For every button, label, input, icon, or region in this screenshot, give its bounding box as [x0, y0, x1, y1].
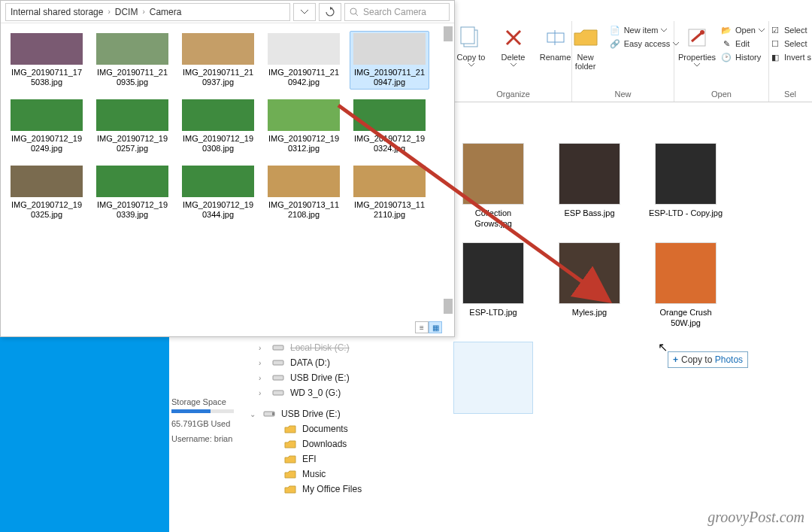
filename-label: IMG_20190712_190312.jpg	[266, 134, 341, 154]
new-folder-button[interactable]: New folder	[567, 24, 604, 71]
filename-label: ESP Bass.jpg	[564, 208, 614, 218]
select-none-button[interactable]: ☐Select	[769, 38, 807, 50]
copy-to-button[interactable]: Copy to	[453, 24, 490, 67]
delete-button[interactable]: Delete	[495, 24, 532, 67]
filename-label: IMG_20190712_190308.jpg	[180, 134, 256, 154]
phone-file-item[interactable]: IMG_20190713_112108.jpg	[264, 163, 344, 222]
phone-file-item[interactable]: IMG_20190712_190325.jpg	[7, 163, 86, 222]
expand-icon[interactable]: ›	[259, 374, 266, 382]
plus-icon: +	[673, 354, 678, 365]
destination-file-item[interactable]: ESP Bass.jpg	[552, 143, 627, 229]
select-all-button[interactable]: ☑Select	[769, 24, 807, 36]
phone-file-item[interactable]: IMG_20190711_175038.jpg	[7, 31, 86, 90]
svg-point-0	[350, 8, 356, 14]
phone-file-item[interactable]: IMG_20190712_190324.jpg	[350, 97, 429, 156]
desktop-background	[0, 337, 169, 532]
phone-file-item[interactable]: IMG_20190713_112110.jpg	[350, 163, 429, 222]
breadcrumb-segment[interactable]: Internal shared storage	[11, 7, 103, 17]
copy-to-label: Copy to	[457, 53, 486, 62]
properties-label: Properties	[678, 53, 716, 62]
destination-folder-content[interactable]: Collection Grows.jpgESP Bass.jpgESP-LTD …	[451, 143, 809, 529]
history-dropdown-button[interactable]	[293, 3, 316, 21]
tree-drive-item[interactable]: ›WD 3_0 (G:)	[254, 385, 404, 400]
phone-file-item[interactable]: IMG_20190711_210947.jpg	[350, 31, 429, 90]
watermark: groovyPost.com	[707, 509, 804, 526]
destination-file-item[interactable]: ESP-LTD.jpg	[456, 242, 531, 328]
address-bar: Internal shared storage › DCIM › Camera …	[1, 1, 454, 23]
easy-access-button[interactable]: 🔗Easy access	[609, 38, 680, 50]
phone-file-item[interactable]: IMG_20190711_210942.jpg	[264, 31, 344, 90]
storage-info-panel: Storage Space 65.791GB Used Username: br…	[171, 397, 250, 443]
edit-button[interactable]: ✎Edit	[720, 38, 750, 50]
properties-button[interactable]: Properties	[678, 24, 716, 67]
tree-drive-item[interactable]: ›USB Drive (E:)	[254, 370, 404, 385]
filename-label: IMG_20190712_190324.jpg	[352, 134, 427, 154]
tree-folder-item[interactable]: My Office Files	[254, 482, 404, 497]
invert-selection-button[interactable]: ◧Invert s	[769, 51, 811, 63]
filename-label: IMG_20190711_210937.jpg	[180, 68, 256, 87]
svg-rect-9	[461, 27, 474, 44]
search-input[interactable]: Search Camera	[344, 3, 450, 21]
phone-file-item[interactable]: IMG_20190712_190249.jpg	[7, 97, 86, 156]
phone-file-item[interactable]: IMG_20190712_190257.jpg	[92, 97, 172, 156]
tree-label: EFI	[302, 454, 317, 464]
thumbnails-view-button[interactable]: ▦	[429, 321, 442, 333]
scrollbar-down[interactable]	[444, 299, 453, 314]
scrollbar-up[interactable]	[444, 26, 453, 41]
phone-file-item[interactable]: IMG_20190712_190339.jpg	[92, 163, 172, 222]
thumbnail	[11, 99, 83, 131]
view-switcher: ≡ ▦	[415, 321, 442, 333]
rename-icon	[542, 24, 569, 51]
phone-file-item[interactable]: IMG_20190712_190312.jpg	[264, 97, 344, 156]
ribbon: Copy to Delete Rename Organize New folde…	[455, 21, 812, 102]
expand-icon[interactable]: ›	[259, 344, 266, 352]
tree-label: USB Drive (E:)	[290, 372, 350, 383]
destination-file-item[interactable]: ESP-LTD - Copy.jpg	[648, 143, 723, 229]
storage-space-label: Storage Space	[171, 397, 250, 406]
folder-icon	[284, 470, 296, 479]
destination-file-item[interactable]: Orange Crush 50W.jpg	[648, 242, 723, 328]
tree-label: WD 3_0 (G:)	[290, 388, 341, 398]
thumbnail	[182, 166, 254, 197]
svg-rect-4	[273, 375, 283, 380]
expand-icon[interactable]: ›	[259, 359, 266, 367]
filename-label: IMG_20190711_210947.jpg	[352, 68, 427, 87]
new-folder-label: New folder	[567, 53, 604, 71]
breadcrumb-segment[interactable]: Camera	[150, 7, 182, 17]
thumbnail	[96, 99, 168, 131]
collapse-icon[interactable]: ⌄	[250, 410, 257, 418]
phone-file-item[interactable]: IMG_20190712_190344.jpg	[178, 163, 258, 222]
breadcrumb[interactable]: Internal shared storage › DCIM › Camera	[5, 3, 290, 21]
destination-file-item[interactable]: Collection Grows.jpg	[456, 143, 531, 229]
tree-drive-item[interactable]: ›DATA (D:)	[254, 355, 404, 370]
phone-file-item[interactable]: IMG_20190711_210935.jpg	[92, 31, 172, 90]
history-button[interactable]: 🕑History	[720, 51, 761, 63]
open-button[interactable]: 📂Open	[720, 24, 765, 36]
details-view-button[interactable]: ≡	[415, 321, 429, 333]
thumbnail	[462, 242, 524, 304]
svg-rect-12	[547, 33, 564, 42]
drop-target	[456, 342, 531, 414]
storage-used-label: 65.791GB Used	[171, 419, 250, 428]
tree-drive-item[interactable]: ⌄USB Drive (E:)	[254, 406, 404, 421]
drive-icon	[272, 388, 284, 397]
new-item-button[interactable]: 📄New item	[609, 24, 668, 36]
phone-file-item[interactable]: IMG_20190712_190308.jpg	[178, 97, 258, 156]
breadcrumb-segment[interactable]: DCIM	[115, 7, 138, 17]
filename-label: IMG_20190712_190257.jpg	[95, 134, 170, 154]
nav-tree: ›Local Disk (C:)›DATA (D:)›USB Drive (E:…	[254, 337, 404, 500]
refresh-button[interactable]	[319, 3, 341, 21]
svg-line-1	[356, 14, 358, 16]
tree-folder-item[interactable]: Music	[254, 467, 404, 482]
expand-icon[interactable]: ›	[259, 389, 266, 397]
phone-file-item[interactable]: IMG_20190711_210937.jpg	[178, 31, 258, 90]
tree-folder-item[interactable]: EFI	[254, 451, 404, 467]
tree-folder-item[interactable]: Documents	[254, 421, 404, 436]
select-all-icon: ☑	[769, 24, 781, 36]
phone-explorer-window: Internal shared storage › DCIM › Camera …	[0, 0, 455, 337]
ribbon-group-organize: Copy to Delete Rename Organize	[455, 21, 572, 102]
destination-file-item[interactable]: Myles.jpg	[552, 242, 627, 328]
username-label: Username: brian	[171, 434, 250, 443]
tree-drive-item[interactable]: ›Local Disk (C:)	[254, 340, 404, 355]
tree-folder-item[interactable]: Downloads	[254, 436, 404, 451]
